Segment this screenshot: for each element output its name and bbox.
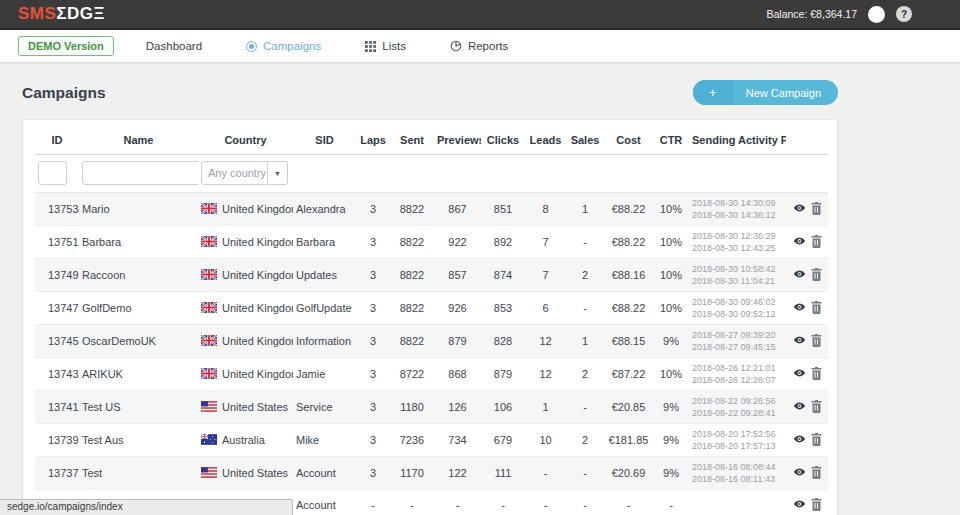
help-icon[interactable]: ?	[896, 6, 912, 22]
cell-actions	[786, 292, 828, 325]
country-flag-icon	[201, 467, 217, 478]
filter-row: Any country ▼	[35, 155, 828, 193]
table-row[interactable]: 13739 Test Aus Australia Mike 3 7236 734…	[35, 424, 828, 457]
table-row[interactable]: 13751 Barbara United Kingdom Barbara 3 8…	[35, 226, 828, 259]
trash-icon[interactable]	[811, 301, 822, 314]
cell-clicks: 851	[481, 193, 525, 226]
cell-sent: 1180	[390, 391, 434, 424]
top-bar: SMSΣDGΞ Balance: €8,364.17 ?	[0, 0, 960, 30]
eye-icon[interactable]	[793, 433, 806, 445]
eye-icon[interactable]	[793, 498, 806, 510]
trash-icon[interactable]	[811, 367, 822, 380]
cell-name: ARIKUK	[79, 358, 198, 391]
cell-actions	[786, 490, 828, 515]
cell-sid: Updates	[293, 259, 356, 292]
col-header-cost[interactable]: Cost	[604, 124, 653, 155]
cell-sent: 8822	[390, 325, 434, 358]
user-avatar[interactable]	[868, 6, 885, 23]
trash-icon[interactable]	[811, 400, 822, 413]
table-row[interactable]: 13745 OscarDemoUK United Kingdom Informa…	[35, 325, 828, 358]
table-row[interactable]: 13737 Test United States Account 3 1170 …	[35, 457, 828, 490]
cell-clicks: 853	[481, 292, 525, 325]
table-row[interactable]: 13749 Raccoon United Kingdom Updates 3 8…	[35, 259, 828, 292]
cell-actions	[786, 226, 828, 259]
cell-laps: 3	[356, 226, 390, 259]
eye-icon[interactable]	[793, 400, 806, 412]
cell-clicks: -	[481, 490, 525, 515]
cell-actions	[786, 259, 828, 292]
trash-icon[interactable]	[811, 334, 822, 347]
country-filter-select[interactable]: Any country ▼	[201, 161, 288, 185]
cell-actions	[786, 424, 828, 457]
cell-laps: -	[356, 490, 390, 515]
trash-icon[interactable]	[811, 202, 822, 215]
app-logo[interactable]: SMSΣDGΞ	[18, 4, 105, 24]
col-header-ctr[interactable]: CTR	[653, 124, 689, 155]
col-header-previews[interactable]: Previews	[434, 124, 481, 155]
trash-icon[interactable]	[811, 498, 822, 511]
trash-icon[interactable]	[811, 268, 822, 281]
cell-country: United States	[198, 457, 293, 490]
nav-item-lists[interactable]: Lists	[365, 40, 406, 52]
table-row[interactable]: 13743 ARIKUK United Kingdom Jamie 3 8722…	[35, 358, 828, 391]
col-header-country[interactable]: Country	[198, 124, 293, 155]
cell-period: 2018-08-30 10:58:42 2018-08-30 11:04:21	[689, 259, 786, 292]
eye-icon[interactable]	[793, 235, 806, 247]
col-header-sent[interactable]: Sent	[390, 124, 434, 155]
cell-period: 2018-08-20 17:52:56 2018-08-20 17:57:13	[689, 424, 786, 457]
cell-sent: 7236	[390, 424, 434, 457]
nav-item-reports[interactable]: Reports	[450, 40, 508, 52]
country-flag-icon	[201, 335, 217, 346]
eye-icon[interactable]	[793, 301, 806, 313]
table-row[interactable]: 13747 GolfDemo United Kingdom GolfUpdate…	[35, 292, 828, 325]
cell-leads: 12	[525, 325, 566, 358]
logo-red-part: SMS	[18, 4, 56, 23]
table-row[interactable]: 13741 Test US United States Service 3 11…	[35, 391, 828, 424]
cell-sent: -	[390, 490, 434, 515]
cell-sent: 8722	[390, 358, 434, 391]
col-header-name[interactable]: Name	[79, 124, 198, 155]
trash-icon[interactable]	[811, 466, 822, 479]
cell-id: 13741	[35, 391, 79, 424]
cell-cost: -	[604, 490, 653, 515]
col-header-leads[interactable]: Leads	[525, 124, 566, 155]
country-flag-icon	[201, 269, 217, 280]
trash-icon[interactable]	[811, 433, 822, 446]
cell-sent: 1170	[390, 457, 434, 490]
cell-laps: 3	[356, 391, 390, 424]
nav-item-dashboard[interactable]: Dashboard	[146, 40, 202, 52]
nav-item-campaigns[interactable]: Campaigns	[246, 40, 321, 52]
trash-icon[interactable]	[811, 235, 822, 248]
cell-cost: €88.22	[604, 193, 653, 226]
country-flag-icon	[201, 434, 217, 445]
name-filter-input[interactable]	[82, 161, 198, 185]
table-row[interactable]: 13753 Mario United Kingdom Alexandra 3 8…	[35, 193, 828, 226]
chevron-down-icon[interactable]: ▼	[268, 161, 288, 185]
col-header-id[interactable]: ID	[35, 124, 79, 155]
cell-sales: 2	[566, 358, 604, 391]
cell-leads: 1	[525, 391, 566, 424]
cell-period: 2018-08-30 14:30:09 2018-08-30 14:36:12	[689, 193, 786, 226]
col-header-clicks[interactable]: Clicks	[481, 124, 525, 155]
col-header-period[interactable]: Sending Activity Period	[689, 124, 786, 155]
cell-sid: Jamie	[293, 358, 356, 391]
col-header-sales[interactable]: Sales	[566, 124, 604, 155]
cell-country: United Kingdom	[198, 193, 293, 226]
cell-sales: -	[566, 391, 604, 424]
cell-ctr: 10%	[653, 358, 689, 391]
nav-label: Campaigns	[263, 40, 321, 52]
col-header-laps[interactable]: Laps	[356, 124, 390, 155]
col-header-sid[interactable]: SID	[293, 124, 356, 155]
cell-sid: Account	[293, 490, 356, 515]
new-campaign-button[interactable]: + New Campaign	[693, 80, 838, 105]
eye-icon[interactable]	[793, 268, 806, 280]
grid-icon	[365, 41, 376, 52]
country-flag-icon	[201, 401, 217, 412]
id-filter-input[interactable]	[38, 161, 67, 185]
eye-icon[interactable]	[793, 466, 806, 478]
cell-previews: 879	[434, 325, 481, 358]
eye-icon[interactable]	[793, 202, 806, 214]
eye-icon[interactable]	[793, 334, 806, 346]
new-campaign-label: New Campaign	[733, 80, 838, 105]
eye-icon[interactable]	[793, 367, 806, 379]
